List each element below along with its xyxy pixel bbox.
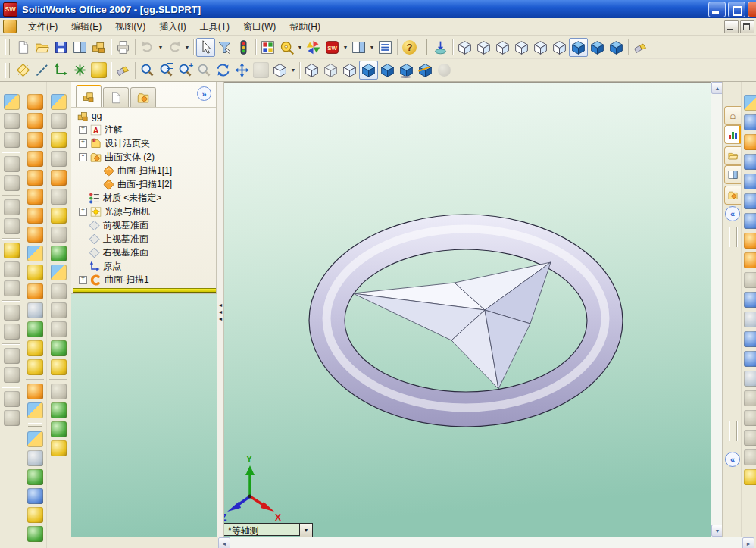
title-bar[interactable]: SW SolidWorks Office 2007 - [gg.SLDPRT]: [0, 0, 756, 18]
undo-dropdown[interactable]: ▼: [157, 39, 164, 56]
design-library-tab[interactable]: [724, 146, 741, 165]
tab-configurationmanager[interactable]: [130, 87, 156, 107]
shaded-with-edges-button[interactable]: [359, 61, 378, 80]
view-orientation-button[interactable]: [631, 38, 650, 57]
menu-edit[interactable]: 编辑(E): [64, 18, 108, 36]
wireframe-button[interactable]: [302, 61, 321, 80]
menu-view[interactable]: 视图(V): [108, 18, 152, 36]
composite-curve-icon[interactable]: [27, 469, 43, 485]
tree-item-top-plane[interactable]: 上视基准面: [73, 232, 216, 246]
mirror-icon[interactable]: [51, 440, 67, 456]
moldtool-icon-6[interactable]: [4, 218, 20, 234]
back-view-button[interactable]: [474, 38, 493, 57]
project-curve-icon[interactable]: [27, 450, 43, 466]
mirror-entities-icon[interactable]: [744, 390, 756, 406]
close-button[interactable]: [748, 2, 756, 17]
moldtool-icon-3[interactable]: [4, 156, 20, 172]
knit-surface-icon[interactable]: [27, 340, 43, 356]
three-point-arc-icon[interactable]: [744, 331, 756, 347]
measure-dropdown[interactable]: ▼: [296, 39, 304, 56]
toolbar-grip[interactable]: [729, 227, 737, 247]
file-explorer-tab[interactable]: [724, 165, 741, 184]
rib-icon[interactable]: [51, 227, 67, 243]
open-button[interactable]: [33, 38, 52, 57]
convert-entities-icon[interactable]: [744, 449, 756, 465]
extruded-surface-icon[interactable]: [27, 94, 43, 110]
reference-point-button[interactable]: [70, 61, 89, 80]
scale-icon[interactable]: [51, 359, 67, 375]
tab-propertymanager[interactable]: [103, 87, 129, 107]
expand-icon[interactable]: +: [79, 139, 87, 148]
minimize-button[interactable]: [708, 2, 726, 17]
view-orientation-flash-button[interactable]: [114, 61, 133, 80]
tangent-arc-icon[interactable]: [744, 292, 756, 308]
3d-sketch-icon[interactable]: [744, 114, 756, 130]
splitter-collapse-arrow[interactable]: ◄: [218, 302, 223, 308]
bottom-view-button[interactable]: [550, 38, 569, 57]
help-button[interactable]: ?: [400, 38, 419, 57]
view-orientation-value[interactable]: *等轴测: [221, 523, 300, 536]
normal-to-button[interactable]: [431, 38, 450, 57]
expand-icon[interactable]: +: [79, 126, 87, 134]
panel-expand-chevron[interactable]: »: [197, 86, 211, 101]
vertical-scrollbar[interactable]: ▲ ▼: [711, 82, 722, 537]
home-tab[interactable]: ⌂: [724, 106, 741, 125]
split-line-icon[interactable]: [27, 431, 43, 447]
tree-item-right-plane[interactable]: 右视基准面: [73, 246, 216, 259]
tree-item-annotations[interactable]: + 注解: [73, 123, 216, 136]
offset-surface-icon[interactable]: [27, 189, 43, 205]
tree-item-origin[interactable]: 原点: [73, 259, 216, 273]
ruled-surface-icon[interactable]: [27, 402, 43, 418]
shell-icon[interactable]: [51, 283, 67, 299]
menu-tools[interactable]: 工具(T): [193, 18, 236, 36]
cut-extrude-icon[interactable]: [51, 113, 67, 129]
zoom-to-fit-button[interactable]: [138, 61, 157, 80]
draft-icon[interactable]: [51, 302, 67, 318]
radiate-surface-icon[interactable]: [27, 208, 43, 224]
isometric-view-button[interactable]: [569, 38, 588, 57]
point-icon[interactable]: [744, 233, 756, 249]
thicken-icon[interactable]: [27, 265, 43, 280]
redo-dropdown[interactable]: ▼: [183, 39, 191, 56]
moldtool-icon-1[interactable]: [4, 113, 20, 129]
moldtool-icon-4[interactable]: [4, 175, 20, 191]
toolbar-grip[interactable]: [28, 423, 42, 427]
realview-button[interactable]: [435, 61, 454, 80]
redo-button[interactable]: [164, 38, 183, 57]
reference-axis-button[interactable]: [33, 61, 52, 80]
moldtool-icon-14[interactable]: [4, 410, 20, 426]
tree-item-surface-sweep1-2[interactable]: 曲面-扫描1[2]: [73, 177, 216, 191]
revolved-surface-icon[interactable]: [27, 113, 43, 129]
measure-button[interactable]: [277, 38, 296, 57]
moldtool-icon-10[interactable]: [4, 324, 20, 340]
loft-icon[interactable]: [51, 189, 67, 205]
scroll-left-button[interactable]: ◄: [218, 537, 230, 548]
dome-icon[interactable]: [51, 208, 67, 224]
task-pane-collapse-chevron[interactable]: «: [725, 206, 740, 221]
collapse-icon[interactable]: -: [79, 153, 87, 161]
planar-surface-icon[interactable]: [27, 227, 43, 243]
menu-window[interactable]: 窗口(W): [236, 18, 283, 36]
edit-color-button[interactable]: [258, 38, 277, 57]
expand-icon[interactable]: +: [79, 276, 87, 284]
moldtool-icon-11[interactable]: [4, 348, 20, 364]
maximize-button[interactable]: [728, 2, 745, 17]
hidden-lines-removed-button[interactable]: [340, 61, 359, 80]
delete-face-icon[interactable]: [27, 302, 43, 318]
pan-button[interactable]: [233, 61, 251, 80]
sketch-toolbar-collapse-chevron[interactable]: «: [725, 452, 740, 467]
scroll-right-button[interactable]: ►: [742, 537, 754, 548]
helix-spiral-icon[interactable]: [27, 526, 43, 542]
circular-pattern-icon[interactable]: [51, 421, 67, 437]
splitter-collapse-arrow[interactable]: ◄: [218, 315, 223, 322]
standard-views-button[interactable]: [270, 61, 289, 80]
section-view-button[interactable]: [416, 61, 435, 80]
trimetric-view-button[interactable]: [588, 38, 607, 57]
chamfer-icon[interactable]: [51, 340, 67, 356]
moldtool-icon-5[interactable]: [4, 199, 20, 215]
revolve-icon[interactable]: [51, 132, 67, 148]
menu-help[interactable]: 帮助(H): [283, 18, 327, 36]
toolbar-grip[interactable]: [5, 39, 10, 55]
toolbar-grip[interactable]: [28, 86, 42, 89]
polygon-icon[interactable]: [744, 351, 756, 367]
